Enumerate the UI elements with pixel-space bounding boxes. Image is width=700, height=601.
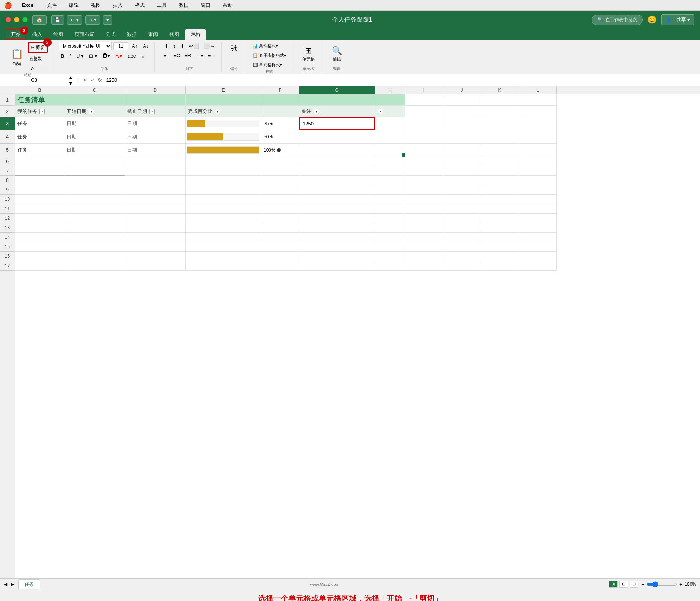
cells-button[interactable]: ⊞ 单元格 <box>299 44 318 64</box>
cell-l4[interactable] <box>519 130 557 144</box>
tab-review[interactable]: 审阅 <box>143 29 163 40</box>
underline-button[interactable]: U ▾ <box>74 52 86 60</box>
cell-g14[interactable] <box>299 233 375 242</box>
cell-l5[interactable] <box>519 144 557 157</box>
cell-f1[interactable] <box>261 94 299 106</box>
cell-h14[interactable] <box>375 233 405 242</box>
conditional-format-button[interactable]: 📊 条件格式▾ <box>251 42 280 50</box>
cell-c8[interactable] <box>64 176 125 185</box>
row-header-3[interactable]: 3 <box>0 117 15 130</box>
cell-k7[interactable] <box>481 166 519 176</box>
save-button[interactable]: 💾 <box>51 15 64 25</box>
tab-view[interactable]: 视图 <box>164 29 184 40</box>
minimize-button[interactable] <box>14 17 19 22</box>
cell-e16[interactable] <box>186 252 261 261</box>
cell-j6[interactable] <box>443 157 481 166</box>
cell-e10[interactable] <box>186 195 261 204</box>
share-button[interactable]: 👤+ 共享 ▾ <box>661 14 694 25</box>
font-color-button[interactable]: A ▾ <box>114 52 125 60</box>
cell-i2[interactable] <box>405 106 443 117</box>
apple-menu[interactable]: 🍎 <box>4 1 12 9</box>
cell-g6[interactable] <box>299 157 375 166</box>
next-sheet-button[interactable]: ▶ <box>11 582 14 587</box>
col-header-e[interactable]: E <box>186 86 261 94</box>
col-header-i[interactable]: I <box>405 86 443 94</box>
cell-l3[interactable] <box>519 117 557 130</box>
cell-j9[interactable] <box>443 185 481 195</box>
cell-j17[interactable] <box>443 261 481 271</box>
cell-d12[interactable] <box>125 214 186 223</box>
cell-i14[interactable] <box>405 233 443 242</box>
cell-f12[interactable] <box>261 214 299 223</box>
cell-h5[interactable] <box>375 144 405 157</box>
cell-g10[interactable] <box>299 195 375 204</box>
filter-arrow-e2[interactable]: ▾ <box>215 109 220 114</box>
cell-i16[interactable] <box>405 252 443 261</box>
cell-f15[interactable] <box>261 242 299 252</box>
tab-page-layout[interactable]: 页面布局 <box>69 29 100 40</box>
cell-j14[interactable] <box>443 233 481 242</box>
cell-i11[interactable] <box>405 204 443 214</box>
cell-g5[interactable] <box>299 144 375 157</box>
cell-j1[interactable] <box>443 94 481 106</box>
cell-b12[interactable] <box>15 214 64 223</box>
cell-h15[interactable] <box>375 242 405 252</box>
cell-c11[interactable] <box>64 204 125 214</box>
cell-d14[interactable] <box>125 233 186 242</box>
cell-e13[interactable] <box>186 223 261 233</box>
cell-j7[interactable] <box>443 166 481 176</box>
cell-i10[interactable] <box>405 195 443 204</box>
row-header-13[interactable]: 13 <box>0 223 15 233</box>
cell-g13[interactable] <box>299 223 375 233</box>
indent-decrease-button[interactable]: ←≡ <box>194 52 205 59</box>
paste-button[interactable]: 📋 粘贴 <box>8 47 27 68</box>
cell-h1[interactable] <box>375 94 405 106</box>
cell-i13[interactable] <box>405 223 443 233</box>
cell-b16[interactable] <box>15 252 64 261</box>
cell-i4[interactable] <box>405 130 443 144</box>
cell-k13[interactable] <box>481 223 519 233</box>
table-resize-handle[interactable] <box>402 153 405 157</box>
cell-b4[interactable]: 任务 <box>15 130 64 144</box>
cell-styles-button[interactable]: 🔲 单元格样式▾ <box>251 61 284 69</box>
cell-e15[interactable] <box>186 242 261 252</box>
cell-b1[interactable]: 任务清单 <box>15 94 64 106</box>
align-left-button[interactable]: ≡L <box>161 52 171 59</box>
align-bottom-button[interactable]: ⬇ <box>178 42 186 50</box>
redo-button[interactable]: ↪ ▾ <box>85 15 100 25</box>
cell-e6[interactable] <box>186 157 261 166</box>
zoom-slider[interactable] <box>647 581 677 587</box>
cell-c2[interactable]: 开始日期 ▾ <box>64 106 125 117</box>
cell-h4[interactable] <box>375 130 405 144</box>
indent-increase-button[interactable]: ≡→ <box>206 52 218 59</box>
page-layout-view-button[interactable]: ⊡ <box>630 581 638 588</box>
number-format-button[interactable]: % <box>228 42 240 54</box>
cell-g8[interactable] <box>299 176 375 185</box>
cell-j3[interactable] <box>443 117 481 130</box>
row-header-2[interactable]: 2 <box>0 106 15 117</box>
row-header-12[interactable]: 12 <box>0 214 15 223</box>
cell-k16[interactable] <box>481 252 519 261</box>
cell-k15[interactable] <box>481 242 519 252</box>
tab-data[interactable]: 数据 <box>122 29 142 40</box>
col-header-l[interactable]: L <box>519 86 557 94</box>
filter-arrow-d2[interactable]: ▾ <box>149 109 155 114</box>
cell-c15[interactable] <box>64 242 125 252</box>
zoom-out-button[interactable]: − <box>641 581 644 587</box>
cell-e1[interactable] <box>186 94 261 106</box>
cell-i3[interactable] <box>405 117 443 130</box>
cell-g9[interactable] <box>299 185 375 195</box>
table-format-button[interactable]: 📋 套用表格格式▾ <box>251 52 288 59</box>
cell-d8[interactable] <box>125 176 186 185</box>
cell-b17[interactable] <box>15 261 64 271</box>
cell-g3[interactable]: 1250 <box>299 117 375 130</box>
cell-c14[interactable] <box>64 233 125 242</box>
menu-format[interactable]: 格式 <box>133 1 147 9</box>
cell-d4[interactable]: 日期 <box>125 130 186 144</box>
col-header-f[interactable]: F <box>261 86 299 94</box>
cell-e11[interactable] <box>186 204 261 214</box>
cell-b10[interactable] <box>15 195 64 204</box>
row-header-4[interactable]: 4 <box>0 130 15 144</box>
cell-b3[interactable]: 任务 <box>15 117 64 130</box>
editing-button[interactable]: 🔍 编辑 <box>329 44 345 64</box>
